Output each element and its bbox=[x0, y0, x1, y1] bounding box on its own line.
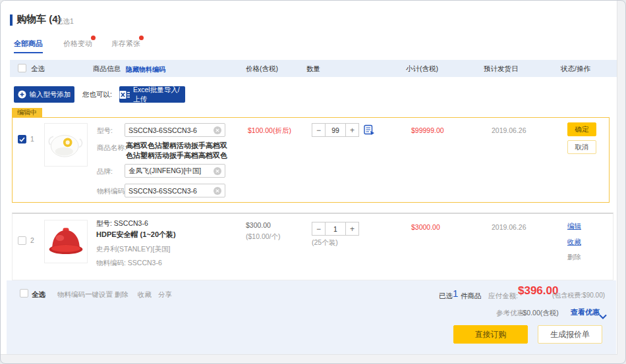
item1-code-label: 物料编码: bbox=[97, 187, 127, 195]
item1-ship-date: 2019.06.26 bbox=[492, 126, 526, 135]
selected-count: 1 bbox=[453, 289, 458, 298]
header-select-all-checkbox[interactable] bbox=[18, 64, 26, 72]
item2-edit-link[interactable]: 编辑 bbox=[567, 222, 581, 230]
item2-brand: 史丹利(STANLEY)[美国] bbox=[96, 245, 170, 253]
item1-checkbox[interactable] bbox=[18, 135, 26, 143]
selected-prefix: 已选 bbox=[439, 292, 453, 300]
item1-index: 1 bbox=[30, 135, 34, 143]
col-price: 价格(含税) bbox=[246, 65, 278, 73]
payable-label: 应付金额: bbox=[488, 292, 518, 300]
item2-model-line: 型号: SSCCN3-6 bbox=[96, 219, 148, 228]
col-subtotal: 小计(含税) bbox=[406, 65, 438, 73]
item1-qty-value[interactable]: 99 bbox=[326, 123, 345, 137]
footer-share-link[interactable]: 分享 bbox=[158, 290, 172, 299]
price-change-notification-dot bbox=[91, 36, 96, 40]
item2-code-line: 物料编码: SSCCN3-6 bbox=[96, 259, 162, 267]
item2-checkbox[interactable] bbox=[18, 236, 26, 245]
item2-price: $300.00 bbox=[246, 221, 271, 230]
ref-discount-value: -$0.00(含税) bbox=[521, 309, 559, 317]
item1-brand-label: 品牌: bbox=[97, 167, 113, 176]
selected-note: 已选1 bbox=[56, 17, 74, 26]
batch-qty-list-icon[interactable] bbox=[364, 124, 375, 138]
item2-qty-stepper: − 1 + bbox=[312, 222, 359, 236]
item1-price: $100.00(折后) bbox=[248, 126, 291, 135]
generate-quote-button[interactable]: 生成报价单 bbox=[538, 325, 602, 344]
col-ship-date: 预计发货日 bbox=[484, 65, 519, 73]
item2-subtotal: $3000.00 bbox=[411, 223, 440, 232]
low-stock-notification-dot bbox=[139, 36, 144, 40]
tax-note: (包含税费:$90.00) bbox=[552, 291, 605, 299]
excel-icon bbox=[119, 90, 130, 99]
chevron-down-icon[interactable] bbox=[599, 310, 607, 322]
item2-product-name: HDPE安全帽 (1~20个装) bbox=[96, 230, 176, 239]
item2-product-image[interactable] bbox=[44, 220, 88, 263]
item2-pack-note: (25个装) bbox=[312, 238, 338, 247]
tab-all-products[interactable]: 全部商品 bbox=[14, 39, 43, 53]
header-select-all-label: 全选 bbox=[31, 65, 45, 73]
excel-import-label: Excel批量导入/上传 bbox=[133, 86, 185, 104]
footer-select-all-checkbox[interactable] bbox=[20, 289, 28, 298]
item1-product-image[interactable] bbox=[44, 123, 88, 167]
selected-suffix: 件商品 bbox=[461, 292, 482, 300]
item1-qty-minus-button[interactable]: − bbox=[312, 123, 326, 137]
item1-model-input[interactable]: SSCCN3-6SSCCN3-6 bbox=[125, 123, 225, 137]
item2-qty-minus-button[interactable]: − bbox=[312, 222, 326, 236]
clear-code-icon[interactable] bbox=[213, 187, 221, 195]
col-status: 状态/操作 bbox=[561, 65, 590, 73]
red-helmet-image bbox=[47, 222, 85, 261]
item1-brand-value: 金凤飞(JINFENG)[中国] bbox=[128, 167, 201, 176]
item1-model-value: SSCCN3-6SSCCN3-6 bbox=[128, 126, 197, 134]
item2-unit-price: ($10.00/个) bbox=[246, 232, 281, 241]
item2-favorite-link[interactable]: 收藏 bbox=[567, 238, 581, 246]
item2-qty-value[interactable]: 1 bbox=[326, 222, 345, 236]
order-now-button[interactable]: 直接订购 bbox=[453, 325, 528, 344]
item1-qty-plus-button[interactable]: + bbox=[345, 123, 359, 137]
confirm-button[interactable]: 确定 bbox=[567, 122, 596, 136]
page-title: 购物车 (4) bbox=[16, 14, 61, 23]
hide-material-code-link[interactable]: 隐藏物料编码 bbox=[126, 65, 165, 74]
also-can-text: 您也可以: bbox=[82, 90, 112, 99]
item1-name-label: 商品名称: bbox=[97, 143, 127, 152]
col-qty: 数量 bbox=[306, 65, 320, 73]
footer-delete-link[interactable]: 删除 bbox=[115, 290, 128, 299]
cart-page: 购物车 (4) 已选1 全部商品 价格变动 库存紧张 全选 商品信息 隐藏物料编… bbox=[0, 0, 626, 364]
col-product-info: 商品信息 bbox=[93, 65, 121, 73]
item1-qty-stepper: − 99 + bbox=[312, 123, 359, 137]
view-discount-link[interactable]: 查看优惠 bbox=[571, 308, 600, 317]
add-by-model-label: 输入型号添加 bbox=[30, 90, 71, 99]
item2-ship-date: 2019.06.26 bbox=[492, 223, 526, 232]
item1-subtotal: $99999.00 bbox=[411, 126, 444, 135]
item2-qty-plus-button[interactable]: + bbox=[345, 222, 359, 236]
editing-tag: 编辑中 bbox=[12, 108, 42, 117]
title-accent-bar bbox=[10, 14, 13, 26]
tab-low-stock[interactable]: 库存紧张 bbox=[111, 39, 140, 49]
plus-circle-icon bbox=[18, 90, 26, 99]
excel-import-button[interactable]: Excel批量导入/上传 bbox=[119, 86, 185, 103]
item1-product-name: 高档双色沾塑柄活动扳手高档双色沾塑柄活动扳手高档高档双色沾塑柄... bbox=[126, 141, 231, 161]
footer-select-all-label: 全选 bbox=[32, 290, 45, 299]
add-by-model-button[interactable]: 输入型号添加 bbox=[14, 86, 74, 103]
cancel-button[interactable]: 取消 bbox=[567, 140, 596, 154]
respirator-mask-image bbox=[47, 126, 85, 164]
item1-brand-input[interactable]: 金凤飞(JINFENG)[中国] bbox=[125, 164, 225, 178]
item1-model-label: 型号: bbox=[97, 126, 113, 135]
item2-delete-link[interactable]: 删除 bbox=[567, 253, 581, 261]
footer-favorite-link[interactable]: 收藏 bbox=[138, 290, 152, 299]
item1-code-input[interactable]: SSCCN3-6SSCCN3-6 bbox=[125, 184, 225, 197]
bulk-code-setting-link[interactable]: 物料编码一键设置 bbox=[57, 290, 113, 299]
item2-index: 2 bbox=[30, 236, 34, 245]
check-icon bbox=[19, 137, 25, 142]
clear-brand-icon[interactable] bbox=[213, 167, 221, 175]
clear-model-icon[interactable] bbox=[213, 126, 221, 134]
tab-price-change[interactable]: 价格变动 bbox=[63, 39, 92, 49]
item1-code-value: SSCCN3-6SSCCN3-6 bbox=[128, 187, 197, 195]
